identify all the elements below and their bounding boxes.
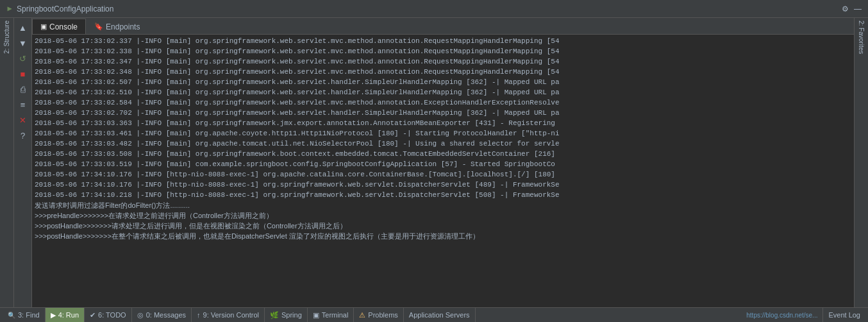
console-line: 2018-05-06 17:33:03.461 |-INFO [main] or… (35, 128, 851, 139)
status-todo-label: 6: TODO (98, 311, 126, 319)
status-run-label: 4: Run (58, 311, 79, 319)
console-line: 2018-05-06 17:34:10.218 |-INFO [http-nio… (35, 190, 851, 200)
status-event-log[interactable]: Event Log (822, 308, 865, 323)
status-terminal-label: Terminal (322, 311, 349, 319)
todo-icon: ✔ (90, 311, 96, 319)
find-icon: 🔍 (8, 312, 15, 319)
version-control-icon: ↑ (197, 311, 201, 319)
scroll-up-button[interactable]: ▲ (16, 21, 30, 35)
endpoints-icon: 🔖 (94, 22, 103, 31)
console-line: 2018-05-06 17:33:02.348 |-INFO [main] or… (35, 67, 851, 77)
status-spring-label: Spring (281, 311, 302, 319)
structure-sidebar: 2: Structure (0, 18, 14, 307)
tool-panel: ▲ ▼ ↺ ■ ⎙ ≡ ✕ ? (14, 18, 32, 307)
close-button[interactable]: ✕ (16, 113, 30, 127)
status-terminal[interactable]: ▣ Terminal (308, 308, 355, 323)
status-problems-label: Problems (368, 311, 397, 319)
messages-icon: ◎ (137, 311, 144, 319)
tabs-bar: ▣ Console 🔖 Endpoints (32, 18, 854, 35)
run-icon: ▶ (5, 4, 14, 13)
settings-button[interactable]: ⚙ (840, 4, 850, 14)
spring-icon: 🌿 (270, 311, 279, 319)
console-line: 2018-05-06 17:33:03.363 |-INFO [main] or… (35, 118, 851, 128)
console-line: 2018-05-06 17:33:02.584 |-INFO [main] or… (35, 97, 851, 108)
status-find-label: 3: Find (18, 311, 40, 319)
scroll-down-button[interactable]: ▼ (16, 36, 30, 50)
console-line: 2018-05-06 17:33:03.508 |-INFO [main] or… (35, 149, 851, 159)
favorites-label[interactable]: 2: Favorites (858, 21, 865, 54)
tab-console-label: Console (49, 22, 78, 31)
console-line: 2018-05-06 17:33:02.338 |-INFO [main] or… (35, 46, 851, 56)
tab-console[interactable]: ▣ Console (32, 19, 86, 34)
title-bar-actions: ⚙ — (840, 4, 863, 14)
status-app-servers[interactable]: Application Servers (404, 308, 476, 323)
camera-button[interactable]: ⎙ (16, 82, 30, 96)
rerun-button[interactable]: ↺ (16, 51, 30, 65)
status-spring[interactable]: 🌿 Spring (265, 308, 308, 323)
status-run[interactable]: ▶ 4: Run (46, 308, 85, 323)
stop-button[interactable]: ■ (16, 67, 30, 81)
console-line: 2018-05-06 17:34:10.176 |-INFO [http-nio… (35, 180, 851, 190)
main-container: 2: Structure ▲ ▼ ↺ ■ ⎙ ≡ ✕ ? ▣ Console 🔖… (0, 18, 868, 307)
title-bar-app-name: SpringbootConfigApplication (17, 4, 113, 13)
console-line: 2018-05-06 17:33:02.507 |-INFO [main] or… (35, 77, 851, 87)
status-url: https://blog.csdn.net/se... (746, 312, 822, 319)
status-app-servers-label: Application Servers (409, 311, 470, 319)
status-bar: 🔍 3: Find ▶ 4: Run ✔ 6: TODO ◎ 0: Messag… (0, 307, 868, 322)
console-line: 2018-05-06 17:34:10.176 |-INFO [http-nio… (35, 169, 851, 180)
console-line: 2018-05-06 17:33:02.510 |-INFO [main] or… (35, 87, 851, 97)
title-bar: ▶ SpringbootConfigApplication ⚙ — (0, 0, 868, 18)
console-line: 2018-05-06 17:33:02.347 |-INFO [main] or… (35, 56, 851, 67)
tab-endpoints[interactable]: 🔖 Endpoints (86, 19, 148, 34)
console-line: 2018-05-06 17:33:02.337 |-INFO [main] or… (35, 36, 851, 46)
console-icon: ▣ (40, 22, 47, 31)
status-version-control[interactable]: ↑ 9: Version Control (192, 308, 265, 323)
status-messages-label: 0: Messages (146, 311, 186, 319)
terminal-icon: ▣ (313, 311, 319, 319)
structure-label[interactable]: 2: Structure (3, 21, 10, 54)
console-chinese-line: 发送请求时调用过滤器Filter的doFilter()方法.......... (35, 200, 851, 210)
content-area: ▣ Console 🔖 Endpoints 2018-05-06 17:33:0… (32, 18, 854, 307)
status-messages[interactable]: ◎ 0: Messages (132, 308, 192, 323)
console-line: 2018-05-06 17:33:02.702 |-INFO [main] or… (35, 108, 851, 118)
help-button[interactable]: ? (16, 128, 30, 142)
event-log-label: Event Log (828, 311, 860, 319)
status-find[interactable]: 🔍 3: Find (3, 308, 46, 323)
console-chinese-line: >>>postHandle>>>>>>>在整个请求结束之后被调用，也就是在Dis… (35, 231, 851, 241)
problems-icon: ⚠ (359, 311, 365, 319)
run-status-icon: ▶ (51, 311, 56, 319)
status-todo[interactable]: ✔ 6: TODO (85, 308, 132, 323)
console-chinese-line: >>>postHandle>>>>>>>请求处理之后进行调用，但是在视图被渲染之… (35, 221, 851, 231)
tab-endpoints-label: Endpoints (106, 22, 140, 31)
pin-button[interactable]: — (853, 4, 863, 14)
status-version-control-label: 9: Version Control (203, 311, 259, 319)
console-output[interactable]: 2018-05-06 17:33:02.337 |-INFO [main] or… (32, 35, 854, 307)
console-line: 2018-05-06 17:33:03.482 |-INFO [main] or… (35, 139, 851, 149)
favorites-sidebar: 2: Favorites (854, 18, 868, 307)
filter-button[interactable]: ≡ (16, 97, 30, 112)
console-line: 2018-05-06 17:33:03.519 |-INFO [main] co… (35, 159, 851, 169)
console-chinese-line: >>>preHandle>>>>>>>在请求处理之前进行调用（Controlle… (35, 210, 851, 221)
status-problems[interactable]: ⚠ Problems (354, 308, 403, 323)
